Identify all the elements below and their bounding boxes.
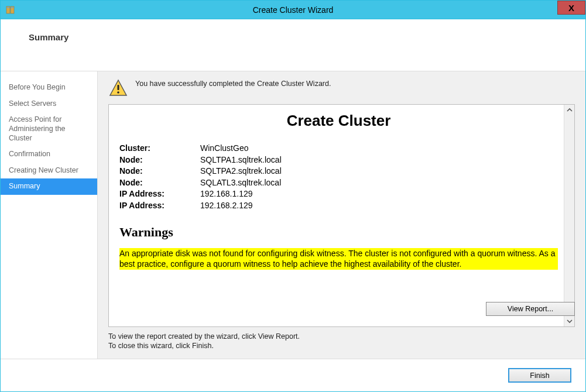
titlebar: Create Cluster Wizard X: [1, 1, 585, 19]
sidebar-item-creating-new-cluster[interactable]: Creating New Cluster: [1, 163, 97, 179]
report-label: IP Address:: [119, 188, 200, 200]
sidebar-item-summary[interactable]: Summary: [1, 178, 97, 195]
report-label: Cluster:: [119, 143, 200, 154]
app-icon: [5, 4, 17, 16]
completion-message: You have successfully completed the Crea…: [135, 78, 331, 88]
footer-hints: To view the report created by the wizard…: [108, 332, 575, 351]
wizard-header: Summary: [1, 19, 585, 71]
report-label: Node:: [119, 177, 200, 189]
completion-row: You have successfully completed the Crea…: [108, 78, 575, 98]
sidebar-item-access-point[interactable]: Access Point for Administering the Clust…: [1, 112, 97, 146]
finish-button[interactable]: Finish: [508, 368, 571, 383]
svg-rect-3: [11, 7, 13, 8]
hint-finish: To close this wizard, click Finish.: [108, 341, 575, 350]
report-value: SQLTPA1.sqltrek.local: [200, 154, 558, 166]
svg-rect-5: [118, 85, 119, 90]
sidebar-item-before-you-begin[interactable]: Before You Begin: [1, 80, 97, 96]
report-value: 192.168.1.129: [200, 188, 558, 200]
report-label: IP Address:: [119, 200, 200, 212]
report-box: Create Cluster Cluster: WinClustGeo Node…: [108, 104, 575, 327]
svg-rect-2: [7, 7, 9, 8]
report-row-ip: IP Address: 192.168.2.129: [119, 200, 558, 212]
report-value: SQLTPA2.sqltrek.local: [200, 166, 558, 177]
scroll-down-icon[interactable]: [564, 316, 575, 326]
report-row-ip: IP Address: 192.168.1.129: [119, 188, 558, 200]
report-row-cluster: Cluster: WinClustGeo: [119, 143, 558, 154]
warning-message: An appropriate disk was not found for co…: [119, 248, 558, 270]
hint-view-report: To view the report created by the wizard…: [108, 332, 575, 341]
scrollbar[interactable]: [564, 105, 574, 326]
report-value: WinClustGeo: [200, 143, 558, 154]
sidebar-item-confirmation[interactable]: Confirmation: [1, 146, 97, 163]
report-title: Create Cluster: [119, 112, 558, 130]
view-report-button[interactable]: View Report...: [486, 302, 575, 316]
window-title: Create Cluster Wizard: [253, 5, 334, 15]
scroll-up-icon[interactable]: [564, 105, 575, 115]
warnings-heading: Warnings: [119, 225, 558, 240]
report-table: Cluster: WinClustGeo Node: SQLTPA1.sqltr…: [119, 143, 558, 212]
close-button[interactable]: X: [557, 1, 585, 15]
report-row-node: Node: SQLTPA1.sqltrek.local: [119, 154, 558, 166]
bottom-bar: Finish: [1, 359, 585, 391]
report-label: Node:: [119, 166, 200, 177]
step-sidebar: Before You Begin Select Servers Access P…: [1, 71, 98, 359]
report-row-node: Node: SQLATL3.sqltrek.local: [119, 177, 558, 189]
page-title: Summary: [29, 32, 585, 42]
main-panel: You have successfully completed the Crea…: [98, 71, 585, 359]
report-label: Node:: [119, 154, 200, 166]
report-row-node: Node: SQLTPA2.sqltrek.local: [119, 166, 558, 177]
wizard-window: Create Cluster Wizard X Summary Before Y…: [0, 0, 586, 392]
warning-icon: [108, 78, 128, 98]
report-value: 192.168.2.129: [200, 200, 558, 212]
sidebar-item-select-servers[interactable]: Select Servers: [1, 96, 97, 112]
svg-point-6: [117, 91, 119, 94]
content-area: Before You Begin Select Servers Access P…: [1, 71, 585, 359]
report-value: SQLATL3.sqltrek.local: [200, 177, 558, 189]
